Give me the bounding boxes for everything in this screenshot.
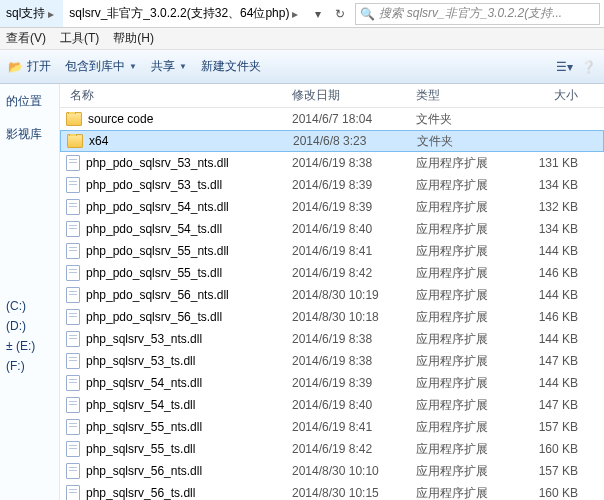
table-row[interactable]: php_sqlsrv_53_ts.dll2014/6/19 8:38应用程序扩展…	[60, 350, 604, 372]
sidebar-spacer	[2, 206, 57, 216]
file-name: php_sqlsrv_55_nts.dll	[86, 420, 202, 434]
cell-name: php_sqlsrv_53_ts.dll	[60, 353, 292, 369]
cell-name: php_pdo_sqlsrv_53_nts.dll	[60, 155, 292, 171]
cell-size: 144 KB	[516, 376, 588, 390]
cell-date: 2014/6/19 8:42	[292, 266, 416, 280]
menu-tools[interactable]: 工具(T)	[60, 30, 99, 47]
help-icon[interactable]: ❔	[580, 59, 596, 75]
tool-include-library[interactable]: 包含到库中▼	[65, 58, 137, 75]
file-icon	[66, 221, 80, 237]
table-row[interactable]: php_sqlsrv_55_nts.dll2014/6/19 8:41应用程序扩…	[60, 416, 604, 438]
sidebar-item-drive-f[interactable]: (F:)	[2, 356, 57, 376]
cell-type: 应用程序扩展	[416, 419, 516, 436]
menu-view[interactable]: 查看(V)	[6, 30, 46, 47]
sidebar-spacer	[2, 176, 57, 186]
col-date[interactable]: 修改日期	[292, 87, 416, 104]
file-icon	[66, 397, 80, 413]
table-row[interactable]: php_sqlsrv_54_ts.dll2014/6/19 8:40应用程序扩展…	[60, 394, 604, 416]
sidebar-item-drive-e[interactable]: ± (E:)	[2, 336, 57, 356]
file-name: php_pdo_sqlsrv_53_ts.dll	[86, 178, 222, 192]
breadcrumb-text: sql支持	[6, 5, 45, 22]
tool-open[interactable]: 📂打开	[8, 58, 51, 75]
cell-name: php_pdo_sqlsrv_54_ts.dll	[60, 221, 292, 237]
table-row[interactable]: php_pdo_sqlsrv_56_ts.dll2014/8/30 10:18应…	[60, 306, 604, 328]
file-name: php_sqlsrv_54_nts.dll	[86, 376, 202, 390]
table-row[interactable]: php_sqlsrv_53_nts.dll2014/6/19 8:38应用程序扩…	[60, 328, 604, 350]
table-row[interactable]: php_pdo_sqlsrv_54_ts.dll2014/6/19 8:40应用…	[60, 218, 604, 240]
col-name[interactable]: 名称	[60, 87, 292, 104]
dropdown-history-button[interactable]: ▾	[307, 3, 329, 25]
cell-name: php_sqlsrv_54_ts.dll	[60, 397, 292, 413]
chevron-right-icon: ▸	[45, 7, 57, 21]
cell-name: php_pdo_sqlsrv_53_ts.dll	[60, 177, 292, 193]
tool-new-folder[interactable]: 新建文件夹	[201, 58, 261, 75]
file-icon	[66, 375, 80, 391]
breadcrumb-seg-1[interactable]: sql支持▸	[0, 0, 63, 27]
table-row[interactable]: php_pdo_sqlsrv_53_ts.dll2014/6/19 8:39应用…	[60, 174, 604, 196]
file-name: php_pdo_sqlsrv_55_nts.dll	[86, 244, 229, 258]
sidebar-spacer	[2, 196, 57, 206]
cell-type: 应用程序扩展	[416, 309, 516, 326]
column-headers: 名称 修改日期 类型 大小	[60, 84, 604, 108]
breadcrumb-seg-2[interactable]: sqlsrv_非官方_3.0.2.2(支持32、64位php)▸	[63, 0, 307, 27]
file-icon	[66, 331, 80, 347]
cell-name: php_pdo_sqlsrv_55_nts.dll	[60, 243, 292, 259]
cell-date: 2014/6/19 8:38	[292, 332, 416, 346]
col-type[interactable]: 类型	[416, 87, 516, 104]
table-row[interactable]: php_sqlsrv_55_ts.dll2014/6/19 8:42应用程序扩展…	[60, 438, 604, 460]
table-row[interactable]: php_sqlsrv_54_nts.dll2014/6/19 8:39应用程序扩…	[60, 372, 604, 394]
table-row[interactable]: php_sqlsrv_56_ts.dll2014/8/30 10:15应用程序扩…	[60, 482, 604, 500]
cell-name: php_sqlsrv_56_ts.dll	[60, 485, 292, 500]
cell-date: 2014/8/30 10:18	[292, 310, 416, 324]
file-name: source code	[88, 112, 153, 126]
chevron-down-icon: ▼	[129, 62, 137, 71]
file-icon	[66, 287, 80, 303]
sidebar-item-drive-d[interactable]: (D:)	[2, 316, 57, 336]
table-row[interactable]: php_pdo_sqlsrv_55_ts.dll2014/6/19 8:42应用…	[60, 262, 604, 284]
tool-label: 新建文件夹	[201, 58, 261, 75]
table-row[interactable]: php_pdo_sqlsrv_56_nts.dll2014/8/30 10:19…	[60, 284, 604, 306]
sidebar-spacer	[2, 276, 57, 286]
sidebar-spacer	[2, 246, 57, 256]
sidebar: 的位置 影视库 (C:) (D:) ± (E:) (F:)	[0, 84, 60, 500]
cell-size: 147 KB	[516, 354, 588, 368]
col-size[interactable]: 大小	[516, 87, 588, 104]
file-icon	[66, 353, 80, 369]
tool-label: 共享	[151, 58, 175, 75]
table-row[interactable]: php_pdo_sqlsrv_53_nts.dll2014/6/19 8:38应…	[60, 152, 604, 174]
tool-share[interactable]: 共享▼	[151, 58, 187, 75]
cell-size: 144 KB	[516, 332, 588, 346]
cell-name: php_sqlsrv_53_nts.dll	[60, 331, 292, 347]
cell-type: 应用程序扩展	[416, 155, 516, 172]
cell-date: 2014/6/7 18:04	[292, 112, 416, 126]
view-mode-button[interactable]: ☰▾	[556, 59, 572, 75]
cell-name: php_sqlsrv_56_nts.dll	[60, 463, 292, 479]
cell-type: 应用程序扩展	[416, 199, 516, 216]
chevron-right-icon: ▸	[289, 7, 301, 21]
table-row[interactable]: php_sqlsrv_56_nts.dll2014/8/30 10:10应用程序…	[60, 460, 604, 482]
file-icon	[66, 265, 80, 281]
sidebar-item-views[interactable]: 影视库	[2, 123, 57, 146]
table-row[interactable]: x642014/6/8 3:23文件夹	[60, 130, 604, 152]
search-input[interactable]: 🔍搜索 sqlsrv_非官方_3.0.2.2(支持...	[355, 3, 600, 25]
address-bar: sql支持▸ sqlsrv_非官方_3.0.2.2(支持32、64位php)▸ …	[0, 0, 604, 28]
refresh-button[interactable]: ↻	[329, 3, 351, 25]
cell-date: 2014/6/19 8:39	[292, 376, 416, 390]
sidebar-item-drive-c[interactable]: (C:)	[2, 296, 57, 316]
sidebar-spacer	[2, 266, 57, 276]
cell-name: x64	[61, 134, 293, 148]
cell-name: source code	[60, 112, 292, 126]
table-row[interactable]: source code2014/6/7 18:04文件夹	[60, 108, 604, 130]
table-row[interactable]: php_pdo_sqlsrv_54_nts.dll2014/6/19 8:39应…	[60, 196, 604, 218]
menu-help[interactable]: 帮助(H)	[113, 30, 154, 47]
file-name: php_pdo_sqlsrv_54_ts.dll	[86, 222, 222, 236]
cell-date: 2014/8/30 10:19	[292, 288, 416, 302]
cell-date: 2014/6/19 8:38	[292, 156, 416, 170]
cell-name: php_sqlsrv_55_nts.dll	[60, 419, 292, 435]
file-icon	[66, 309, 80, 325]
cell-type: 文件夹	[416, 111, 516, 128]
file-icon	[66, 463, 80, 479]
sidebar-item-recent[interactable]: 的位置	[2, 90, 57, 113]
file-icon	[66, 177, 80, 193]
table-row[interactable]: php_pdo_sqlsrv_55_nts.dll2014/6/19 8:41应…	[60, 240, 604, 262]
